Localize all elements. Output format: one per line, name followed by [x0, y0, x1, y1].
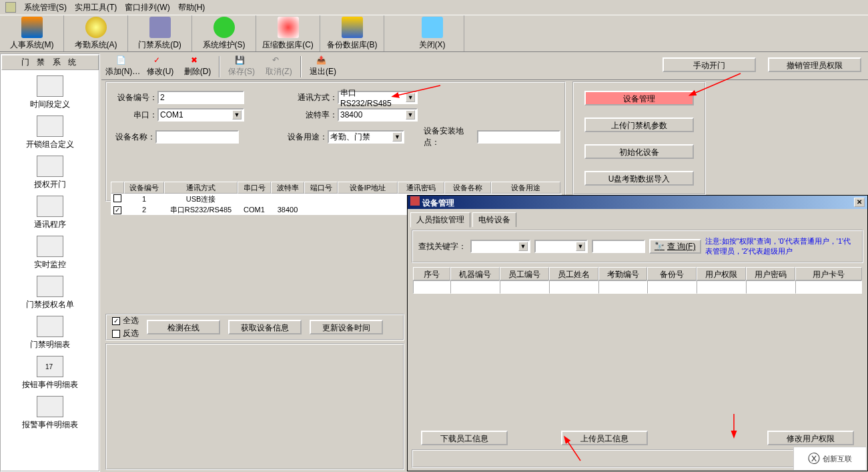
monitor-icon — [37, 115, 63, 137]
binoculars-icon: 🔭 — [655, 242, 665, 251]
combo-com[interactable]: COM1▼ — [157, 108, 244, 122]
menu-window[interactable]: 窗口排列(W) — [125, 2, 169, 13]
tb-close-label: 关闭(X) — [419, 39, 446, 51]
dgh-1[interactable]: 机器编号 — [450, 267, 500, 280]
tb-close[interactable]: 关闭(X) — [400, 15, 464, 51]
dlg-empty-row — [413, 280, 862, 294]
log-panel — [105, 343, 404, 470]
dlg-icon — [410, 196, 420, 206]
dgh-4[interactable]: 考勤编号 — [598, 267, 648, 280]
btn-revoke-admin[interactable]: 撤销管理员权限 — [768, 57, 861, 72]
lbl-com: 串口： — [111, 109, 157, 121]
combo-search-1[interactable]: ▼ — [470, 240, 530, 253]
menu-tools[interactable]: 实用工具(T) — [75, 2, 117, 13]
sb-detail[interactable]: 门禁明细表 — [30, 316, 70, 350]
input-search[interactable] — [592, 240, 645, 253]
btn-device-mgmt[interactable]: 设备管理 — [584, 91, 694, 105]
btn-usb-import[interactable]: U盘考勤数据导入 — [584, 171, 694, 186]
stb-edit[interactable]: ✓修改(U) — [141, 55, 179, 77]
gh-5[interactable]: 设备IP地址 — [338, 182, 398, 194]
lbl-device-no: 设备编号： — [111, 92, 157, 103]
menu-system[interactable]: 系统管理(S) — [24, 2, 67, 13]
chk-select-all[interactable]: ✓全选 — [112, 315, 139, 326]
checkbox[interactable] — [113, 194, 121, 202]
house-icon — [37, 276, 63, 297]
gh-7[interactable]: 设备各称 — [444, 182, 491, 194]
gh-4[interactable]: 端口号 — [304, 182, 338, 194]
stb-edit-lbl: 修改(U) — [147, 66, 174, 77]
close-icon[interactable]: ✕ — [854, 198, 865, 207]
gh-check[interactable] — [111, 182, 124, 194]
tb-compress[interactable]: 压缩数据库(C) — [256, 15, 320, 51]
sb-unlock-combo[interactable]: 开锁组合定义 — [26, 115, 74, 150]
combo-baud[interactable]: 38400▼ — [338, 108, 418, 122]
input-name[interactable] — [155, 130, 239, 144]
lbl-comm: 通讯方式： — [291, 92, 338, 103]
bell-icon — [37, 156, 63, 177]
combo-search-2[interactable]: ▼ — [534, 240, 588, 253]
gh-2[interactable]: 串口号 — [238, 182, 271, 194]
tab-bell[interactable]: 电铃设备 — [472, 212, 516, 227]
btn-download-emp[interactable]: 下载员工信息 — [421, 431, 508, 445]
input-loc[interactable] — [477, 130, 560, 144]
gh-6[interactable]: 通讯密码 — [398, 182, 444, 194]
btn-detect[interactable]: 检测在线 — [147, 320, 220, 334]
sb-time-def[interactable]: 时间段定义 — [30, 75, 70, 110]
dgh-8[interactable]: 用户卡号 — [795, 267, 862, 280]
btn-update-time[interactable]: 更新设备时间 — [310, 320, 383, 334]
btn-upload-emp[interactable]: 上传员工信息 — [561, 431, 648, 445]
btn-upload-params[interactable]: 上传门禁机参数 — [584, 117, 694, 132]
dgh-3[interactable]: 员工姓名 — [549, 267, 598, 280]
btn-get-info[interactable]: 获取设备信息 — [228, 320, 302, 334]
combo-use-val: 考勤、门禁 — [330, 132, 370, 143]
gh-3[interactable]: 波特率 — [271, 182, 304, 194]
btn-modify-perm[interactable]: 修改用户权限 — [767, 431, 854, 445]
tb-backup[interactable]: 备份数据库(B) — [320, 15, 384, 51]
list-icon — [37, 316, 63, 337]
tb-maintain-label: 系统维护(S) — [203, 39, 246, 51]
dlg-search-body: 查找关键字： ▼ ▼ 🔭查 询(F) 注意:如按"权限"查询，'0'代表普通用户… — [412, 230, 863, 263]
sb-auth-open[interactable]: 授权开门 — [34, 156, 66, 190]
sb-auth-list[interactable]: 门禁授权名单 — [26, 276, 74, 310]
sb-btn-events[interactable]: 17按钮事件明细表 — [22, 356, 78, 391]
stb-add[interactable]: 📄添加(N)… — [104, 55, 141, 77]
stb-delete-lbl: 删除(D) — [184, 66, 211, 77]
sb-label-2: 授权开门 — [34, 179, 66, 190]
window-icon — [422, 17, 443, 38]
chk-invert[interactable]: 反选 — [112, 328, 139, 339]
dropdown-icon: ▼ — [576, 242, 585, 251]
tb-access[interactable]: 门禁系统(D) — [128, 15, 192, 51]
combo-use[interactable]: 考勤、门禁▼ — [328, 130, 404, 144]
stb-delete[interactable]: ✖删除(D) — [179, 55, 216, 77]
gh-0[interactable]: 设备编号 — [124, 182, 164, 194]
btn-query[interactable]: 🔭查 询(F) — [649, 239, 701, 254]
menu-help[interactable]: 帮助(H) — [178, 2, 205, 13]
sb-alarm-events[interactable]: 报警事件明细表 — [22, 396, 78, 431]
dlg-grid: 序号 机器编号 员工编号 员工姓名 考勤编号 备份号 用户权限 用户密码 用户卡… — [413, 267, 862, 294]
tb-attendance[interactable]: 考勤系统(A) — [64, 15, 128, 51]
btn-init-device[interactable]: 初始化设备 — [584, 144, 694, 159]
note-text: 注意:如按"权限"查询，'0'代表普通用户，'1'代表管理员，'2'代表超级用户 — [705, 236, 857, 256]
dlg-title-text: 设备管理 — [422, 198, 454, 208]
tab-fingerprint[interactable]: 人员指纹管理 — [410, 212, 470, 228]
tb-maintain[interactable]: 系统维护(S) — [192, 15, 256, 51]
stb-exit[interactable]: 📤退出(E) — [304, 55, 342, 77]
dgh-2[interactable]: 员工编号 — [500, 267, 549, 280]
cube-icon — [37, 236, 63, 257]
tb-hr-system[interactable]: 人事系统(M) — [0, 15, 64, 51]
wrench-icon — [149, 17, 171, 38]
input-device-no[interactable]: 2 — [157, 91, 244, 104]
dlg-titlebar[interactable]: 设备管理 ✕ — [408, 196, 867, 209]
gh-1[interactable]: 通讯方式 — [164, 182, 238, 194]
dgh-5[interactable]: 备份号 — [647, 267, 697, 280]
dgh-6[interactable]: 用户权限 — [697, 267, 746, 280]
btn-manual-open[interactable]: 手动开门 — [663, 57, 756, 72]
sb-realtime[interactable]: 实时监控 — [34, 236, 66, 270]
separator — [300, 56, 302, 77]
checkbox[interactable]: ✓ — [113, 206, 121, 214]
sb-comm-prog[interactable]: 通讯程序 — [34, 196, 66, 230]
combo-comm[interactable]: 串口RS232/RS485▼ — [338, 91, 418, 104]
gh-8[interactable]: 设备用途 — [491, 182, 560, 194]
dgh-7[interactable]: 用户密码 — [746, 267, 795, 280]
dgh-0[interactable]: 序号 — [413, 267, 450, 280]
